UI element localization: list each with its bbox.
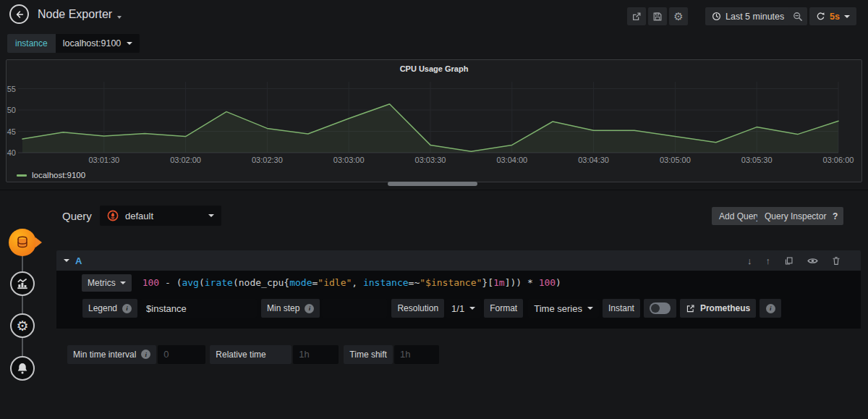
svg-text:03:01:30: 03:01:30: [88, 156, 119, 164]
legend-label: Legend: [88, 303, 117, 313]
datasource-link-label: Prometheus: [700, 303, 750, 313]
info-icon[interactable]: [122, 304, 132, 313]
resolution-select[interactable]: 1/1: [446, 299, 481, 318]
time-range-picker[interactable]: Last 5 minutes: [705, 7, 801, 25]
database-icon: [14, 234, 30, 250]
share-button[interactable]: [627, 7, 646, 25]
metrics-dropdown-label: Metrics: [88, 278, 116, 288]
editor-tabs-connector: [22, 241, 23, 364]
time-range-label: Last 5 minutes: [726, 12, 784, 22]
gear-icon: ⚙: [673, 11, 683, 22]
tab-general[interactable]: ⚙: [10, 313, 35, 338]
panel-title[interactable]: CPU Usage Graph: [7, 64, 861, 73]
svg-text:40: 40: [7, 148, 16, 157]
query-row-body: Metrics 100 - (avg(irate(node_cpu{mode="…: [56, 271, 861, 329]
format-select[interactable]: Time series: [528, 299, 599, 318]
legend-swatch: [17, 174, 27, 177]
copy-icon: [784, 256, 793, 266]
min-time-interval-input[interactable]: [158, 345, 205, 364]
query-expression[interactable]: 100 - (avg(irate(node_cpu{mode="idle", i…: [142, 277, 561, 288]
duplicate-query-button[interactable]: [784, 256, 793, 266]
move-up-button[interactable]: ↑: [766, 255, 771, 266]
save-button[interactable]: [648, 7, 667, 25]
back-button[interactable]: [9, 4, 29, 24]
svg-text:03:02:30: 03:02:30: [252, 156, 283, 164]
svg-text:03:03:30: 03:03:30: [415, 156, 446, 164]
chevron-down-icon: [208, 214, 214, 217]
bell-icon: [16, 362, 29, 375]
navbar: Node Exporter ⚙ Last 5 mi: [0, 0, 868, 29]
cpu-usage-chart: 03:01:3003:02:0003:02:3003:03:0003:03:30…: [7, 79, 861, 174]
relative-time-input[interactable]: [293, 345, 339, 364]
relative-time-chip: Relative time: [210, 345, 292, 364]
query-ref-id: A: [75, 255, 82, 266]
external-link-icon: [686, 304, 695, 313]
chart-icon: [16, 277, 29, 290]
resolution-label-chip: Resolution: [391, 299, 444, 318]
svg-text:03:02:00: 03:02:00: [170, 156, 201, 164]
instant-toggle[interactable]: [650, 302, 671, 314]
datasource-name: default: [125, 211, 153, 221]
dashboard-title[interactable]: Node Exporter: [38, 8, 122, 21]
active-tab-arrow: [35, 237, 42, 247]
arrow-left-icon: [14, 9, 25, 20]
panel-resize-handle[interactable]: [388, 182, 477, 186]
chart-legend[interactable]: localhost:9100: [17, 171, 85, 179]
clock-icon: [712, 12, 721, 21]
dashboard-settings-button[interactable]: ⚙: [669, 7, 688, 25]
resolution-value: 1/1: [451, 303, 464, 314]
disable-query-button[interactable]: [807, 257, 818, 265]
query-row-header[interactable]: A ↓ ↑: [56, 250, 861, 271]
query-options-row: Legend Min step Resolution 1/1 Format Ti…: [56, 299, 861, 318]
move-down-button[interactable]: ↓: [747, 255, 752, 266]
legend-format-input[interactable]: [140, 299, 257, 318]
delete-query-button[interactable]: [832, 256, 841, 266]
grafana-app: Node Exporter ⚙ Last 5 mi: [0, 0, 868, 419]
svg-text:55: 55: [7, 85, 16, 93]
chevron-down-icon: [844, 15, 850, 18]
zoom-out-button[interactable]: [788, 7, 807, 25]
panel-editor: ⚙ Query default Add Query Query Inspecto…: [0, 190, 868, 419]
query-inspector-button[interactable]: Query Inspector: [757, 207, 833, 225]
time-shift-input[interactable]: [394, 345, 439, 364]
info-icon[interactable]: [305, 304, 314, 313]
tab-alert[interactable]: [10, 356, 35, 381]
dashboard-title-text: Node Exporter: [38, 8, 112, 21]
variable-value: localhost:9100: [63, 38, 122, 48]
datasource-help-link[interactable]: Prometheus: [680, 299, 756, 318]
queries-section-label: Query: [62, 210, 92, 222]
metrics-dropdown[interactable]: Metrics: [82, 274, 132, 292]
search-minus-icon: [793, 12, 803, 22]
chevron-down-icon: [127, 42, 132, 45]
datasource-picker[interactable]: default: [100, 206, 221, 226]
instant-label-chip: Instant: [603, 299, 640, 318]
time-shift-chip: Time shift: [344, 345, 393, 364]
min-time-interval-label: Min time interval: [73, 350, 136, 360]
min-step-input[interactable]: [322, 299, 387, 318]
tab-visualization[interactable]: [10, 271, 35, 296]
save-icon: [652, 12, 663, 22]
gear-wrench-icon: ⚙: [16, 319, 28, 333]
min-step-label-chip: Min step: [261, 299, 320, 318]
format-label-chip: Format: [484, 299, 523, 318]
min-time-interval-chip: Min time interval: [67, 345, 156, 364]
variable-value-dropdown[interactable]: localhost:9100: [56, 34, 140, 53]
prometheus-icon: [107, 210, 119, 221]
chevron-down-icon: [469, 307, 475, 310]
refresh-picker[interactable]: 5s: [809, 7, 856, 25]
info-icon[interactable]: [141, 350, 150, 359]
variable-label: instance: [7, 34, 56, 53]
format-value: Time series: [534, 303, 582, 314]
tab-queries[interactable]: [9, 229, 36, 256]
svg-text:03:05:30: 03:05:30: [741, 156, 773, 164]
help-button[interactable]: ?: [827, 207, 843, 225]
cpu-usage-panel: CPU Usage Graph 03:01:3003:02:0003:02:30…: [6, 59, 862, 182]
svg-text:03:04:00: 03:04:00: [496, 156, 527, 164]
chevron-down-icon: [117, 16, 122, 19]
svg-text:03:04:30: 03:04:30: [578, 156, 609, 164]
svg-text:03:06:00: 03:06:00: [823, 156, 854, 164]
info-icon[interactable]: [766, 304, 775, 313]
svg-text:45: 45: [7, 127, 16, 136]
legend-series-name: localhost:9100: [32, 171, 85, 179]
template-variable-instance: instance localhost:9100: [7, 34, 140, 53]
